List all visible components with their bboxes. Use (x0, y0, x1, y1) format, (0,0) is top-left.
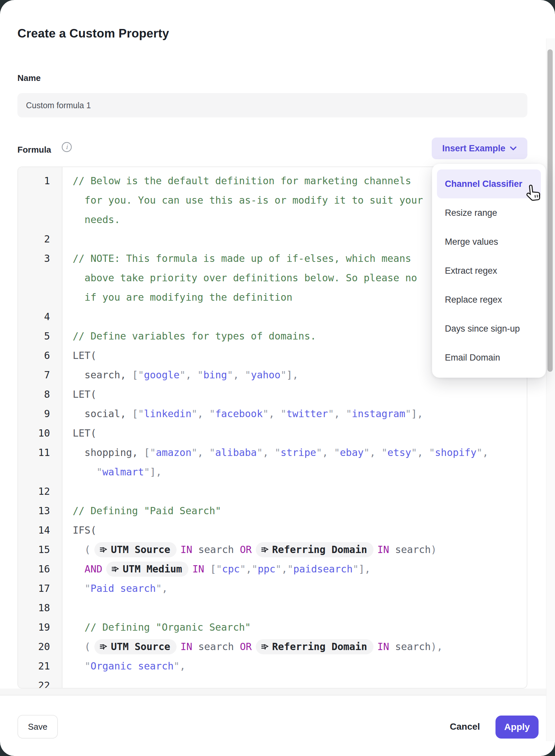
scrollbar-thumb[interactable] (547, 49, 553, 372)
code-token: [ (132, 369, 138, 381)
menu-item-merge-values[interactable]: Merge values (437, 227, 541, 256)
string-quote: " (191, 447, 197, 458)
code-token: OR (240, 641, 252, 652)
string-token: linkedin (144, 408, 192, 420)
code-line: 9 social, ["linkedin", "facebook", "twit… (18, 404, 527, 424)
info-circle-icon[interactable]: i (61, 142, 72, 153)
code-token: IN (180, 641, 193, 652)
property-chip-icon (111, 565, 120, 573)
name-input[interactable] (17, 93, 527, 117)
code-content: // Defining "Organic Search" (62, 622, 251, 633)
string-quote: " (240, 563, 246, 575)
code-token: ], (411, 408, 423, 420)
apply-button[interactable]: Apply (496, 716, 539, 739)
string-token: Organic search (90, 660, 174, 672)
property-chip-utm-medium[interactable]: UTM Medium (106, 562, 188, 577)
modal-title: Create a Custom Property (17, 27, 169, 40)
code-token: IN (378, 544, 389, 555)
code-token: // NOTE: This formula is made up of if-e… (73, 253, 411, 264)
menu-item-replace-regex[interactable]: Replace regex (437, 285, 541, 314)
string-token: paidsearch (293, 563, 353, 575)
line-number: 3 (18, 253, 62, 264)
code-token: , (162, 583, 168, 594)
property-chip-utm-source[interactable]: UTM Source (94, 542, 177, 557)
code-token: [ (132, 408, 138, 420)
string-quote: " (364, 447, 370, 458)
string-quote: " (316, 447, 322, 458)
code-token: IN (378, 641, 389, 652)
code-content: "walmart"], (62, 466, 162, 478)
menu-item-email-domain[interactable]: Email Domain (437, 343, 541, 372)
code-token: ) (431, 544, 437, 555)
code-token: OR (240, 544, 252, 555)
line-number: 15 (18, 544, 62, 555)
svg-text:i: i (66, 144, 68, 150)
code-token: ( (73, 641, 90, 652)
property-chip-referring-domain[interactable]: Referring Domain (256, 639, 374, 654)
code-token: above take priority over definitions bel… (73, 272, 417, 284)
line-number: 5 (18, 330, 62, 342)
code-token: search (193, 544, 240, 555)
line-number: 7 (18, 369, 62, 381)
property-chip-utm-source[interactable]: UTM Source (94, 639, 177, 654)
line-number: 11 (18, 447, 62, 458)
code-token: , (197, 408, 209, 420)
code-content: for you. You can use this as-is or modif… (62, 194, 423, 206)
string-quote: " (174, 660, 179, 672)
menu-item-extract-regex[interactable]: Extract regex (437, 256, 541, 285)
line-number: 2 (18, 233, 62, 245)
property-chip-icon (261, 546, 269, 554)
string-quote: " (150, 447, 156, 458)
string-quote: " (216, 563, 222, 575)
code-line: 22 (18, 676, 527, 688)
code-token: ], (359, 563, 371, 575)
property-chip-label: UTM Source (111, 641, 170, 652)
string-token: walmart (102, 466, 144, 478)
property-chip-icon (99, 546, 108, 554)
code-token: , (179, 660, 185, 672)
code-token: IN (180, 544, 193, 555)
code-token: , (185, 369, 197, 381)
code-line: 19 // Defining "Organic Search" (18, 618, 527, 637)
string-quote: " (275, 563, 282, 575)
code-token: // Defining "Organic Search" (73, 622, 251, 633)
menu-item-resize-range[interactable]: Resize range (437, 198, 541, 227)
string-token: Paid search (90, 583, 156, 594)
menu-item-channel-classifier[interactable]: Channel Classifier (437, 169, 541, 198)
property-chip-label: UTM Source (111, 544, 170, 555)
line-number: 14 (18, 524, 62, 536)
code-token: , (482, 447, 488, 458)
code-line: 17 "Paid search", (18, 579, 527, 598)
line-number: 17 (18, 583, 62, 594)
string-token: ppc (258, 563, 275, 575)
line-number: 18 (18, 602, 62, 613)
string-quote: " (381, 447, 387, 458)
code-token: [ (144, 447, 150, 458)
code-token (73, 583, 85, 594)
code-line: 16 ANDUTM MediumIN ["cpc","ppc","paidsea… (18, 559, 527, 579)
code-token: , (334, 408, 346, 420)
code-token: shopping, (73, 447, 144, 458)
line-number: 1 (18, 175, 62, 187)
menu-item-days-since-sign-up[interactable]: Days since sign-up (437, 314, 541, 343)
string-quote: " (138, 369, 144, 381)
property-chip-referring-domain[interactable]: Referring Domain (256, 542, 374, 557)
cancel-button[interactable]: Cancel (447, 715, 483, 739)
property-chip-label: UTM Medium (123, 563, 182, 575)
line-number: 4 (18, 311, 62, 322)
code-token: ], (150, 466, 162, 478)
code-content: "Organic search", (62, 660, 185, 672)
code-content: LET( (62, 350, 96, 361)
string-token: cpc (222, 563, 240, 575)
save-button[interactable]: Save (17, 715, 58, 739)
code-token: ), (431, 641, 442, 652)
code-token: for you. You can use this as-is or modif… (73, 194, 423, 206)
code-line: 14IFS( (18, 520, 527, 540)
insert-example-button[interactable]: Insert Example (432, 137, 527, 159)
string-quote: " (353, 563, 359, 575)
string-quote: " (197, 369, 203, 381)
code-line: 21 "Organic search", (18, 656, 527, 676)
string-token: twitter (286, 408, 328, 420)
string-quote: " (156, 583, 162, 594)
code-token: , (269, 408, 281, 420)
